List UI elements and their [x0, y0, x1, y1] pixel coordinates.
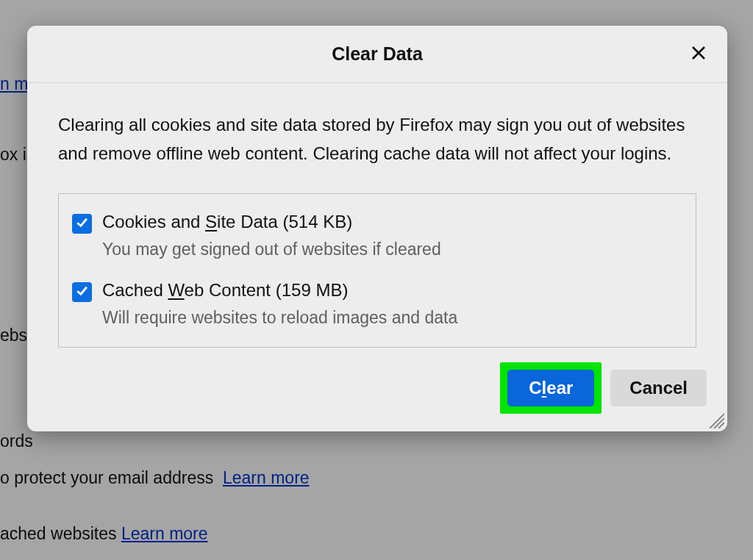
check-icon — [75, 215, 89, 232]
cancel-button[interactable]: Cancel — [610, 370, 707, 406]
checkbox-cookies[interactable] — [72, 214, 92, 234]
options-group: Cookies and Site Data (514 KB) You may g… — [58, 193, 696, 348]
option-sublabel: You may get signed out of websites if cl… — [102, 240, 441, 259]
dialog-body: Clearing all cookies and site data store… — [27, 83, 727, 348]
dialog-header: Clear Data — [27, 26, 727, 83]
clear-data-dialog: Clear Data Clearing all cookies and site… — [27, 26, 727, 431]
highlight-annotation: Clear — [500, 362, 602, 414]
option-cache: Cached Web Content (159 MB) Will require… — [72, 280, 682, 328]
option-label: Cached Web Content (159 MB) — [102, 280, 457, 301]
check-icon — [75, 284, 89, 301]
option-text: Cached Web Content (159 MB) Will require… — [102, 280, 457, 328]
clear-button[interactable]: Clear — [507, 370, 594, 406]
dialog-title: Clear Data — [332, 43, 423, 65]
option-sublabel: Will require websites to reload images a… — [102, 308, 457, 328]
close-icon — [690, 44, 707, 65]
option-label: Cookies and Site Data (514 KB) — [102, 212, 441, 232]
checkbox-cache[interactable] — [72, 282, 92, 302]
dialog-footer: Clear Cancel — [27, 348, 727, 431]
dialog-description: Clearing all cookies and site data store… — [58, 111, 696, 168]
resize-grip[interactable] — [705, 409, 724, 428]
option-text: Cookies and Site Data (514 KB) You may g… — [102, 212, 441, 259]
option-cookies: Cookies and Site Data (514 KB) You may g… — [72, 212, 682, 259]
close-button[interactable] — [686, 42, 711, 67]
